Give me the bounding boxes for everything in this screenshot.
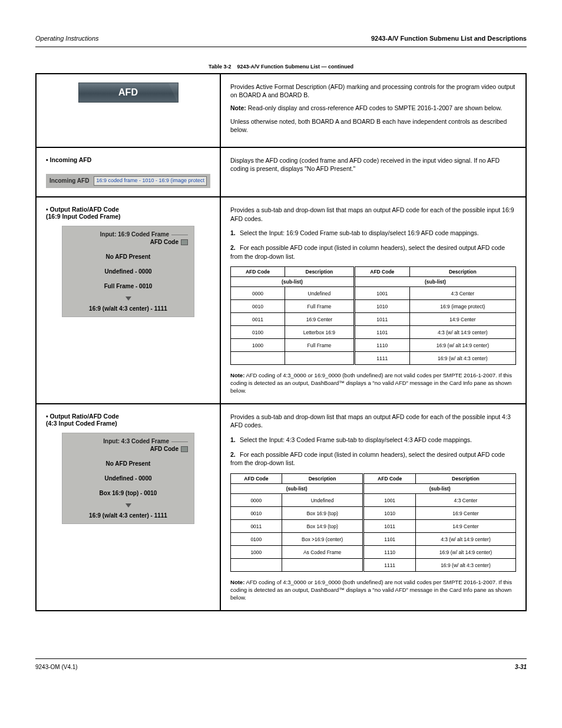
th: Description (282, 474, 363, 484)
map169-note: Note: AFD coding of 4:3_0000 or 16:9_000… (230, 372, 516, 394)
dd-label: AFD Code (68, 446, 188, 452)
table-caption: Table 3-2 9243-A/V Function Submenu List… (35, 64, 527, 70)
map169-lead: Provides a sub-tab and drop-down list th… (230, 206, 516, 223)
sublist-label: (sub-list) (231, 484, 363, 494)
dd-item[interactable]: Box 16:9 (top) - 0010 (68, 490, 188, 496)
dd-header: Input: 4:3 Coded Frame (68, 438, 188, 444)
table-row: 0000Undefined10014:3 Center (231, 494, 516, 507)
overview-p2-text: Read-only display and cross-reference AF… (248, 104, 502, 111)
table-row: 0100Letterbox 16:911014:3 (w/ alt 14:9 c… (231, 326, 516, 339)
dd-item[interactable]: Undefined - 0000 (68, 475, 188, 482)
page-header: Operating Instructions 9243-A/V Function… (35, 24, 527, 47)
map43-dropdown[interactable]: Input: 4:3 Coded Frame AFD Code No AFD P… (62, 433, 194, 524)
table-row: 001116:9 Center101114:9 Center (231, 313, 516, 326)
map43-subtitle: (4:3 Input Coded Frame) (46, 420, 210, 427)
overview-p1: Provides Active Format Description (AFD)… (230, 83, 516, 99)
incoming-afd-field: Incoming AFD 16:9 coded frame - 1010 - 1… (46, 174, 210, 188)
map43-step1: 1.Select the Input: 4:3 Coded Frame sub-… (230, 436, 516, 444)
caption-label: Table 3-2 (209, 64, 231, 70)
dd-item[interactable]: 16:9 (w/alt 4:3 center) - 1111 (68, 305, 188, 312)
map169-title: • Output Ratio/AFD Code (46, 206, 210, 213)
map169-step1: 1.Select the Input: 16:9 Coded Frame sub… (230, 229, 516, 238)
table-row: 1000Full Frame111016:9 (w/ alt 14:9 cent… (231, 339, 516, 352)
tab-label: AFD (118, 87, 138, 98)
table-row: 0100Box >16:9 (center)11014:3 (w/ alt 14… (231, 533, 516, 546)
dd-item[interactable]: Full Frame - 0010 (68, 283, 188, 289)
th: AFD Code (231, 267, 285, 277)
afd-overview: Provides Active Format Description (AFD)… (230, 83, 516, 134)
dd-item[interactable]: Undefined - 0000 (68, 268, 188, 275)
table-row: 111116:9 (w/ alt 4:3 center) (231, 559, 516, 572)
map43-lead: Provides a sub-tab and drop-down list th… (230, 413, 516, 430)
th: AFD Code (231, 474, 282, 484)
sublist-label: (sub-list) (231, 277, 355, 287)
sublist-label: (sub-list) (354, 277, 515, 287)
table-row: 0000Undefined10014:3 Center (231, 287, 516, 300)
incoming-afd-value: 16:9 coded frame - 1010 - 16:9 (image pr… (94, 176, 207, 186)
table-row: 0010Box 16:9 (top)101016:9 Center (231, 507, 516, 520)
overview-p2-prefix: Note: (230, 104, 246, 111)
map169-inner-table: AFD Code Description AFD Code Descriptio… (230, 266, 516, 365)
incoming-afd-title: • Incoming AFD (46, 156, 210, 163)
map43-title: • Output Ratio/AFD Code (46, 413, 210, 420)
header-right: 9243-A/V Function Submenu List and Descr… (371, 35, 527, 42)
chevron-down-icon (125, 503, 131, 508)
th: Description (285, 267, 354, 277)
table-row: 0011Box 14:9 (top)101114:9 Center (231, 520, 516, 533)
map43-step2: 2.For each possible AFD code input (list… (230, 450, 516, 467)
map43-note: Note: AFD coding of 4:3_0000 or 16:9_000… (230, 579, 516, 601)
page-footer: 9243-OM (V4.1) 3-31 (35, 658, 527, 664)
th: AFD Code (354, 267, 409, 277)
incoming-afd-label: Incoming AFD (49, 177, 89, 184)
note-label: Note: (230, 579, 244, 585)
map43-inner-table: AFD Code Description AFD Code Descriptio… (230, 473, 516, 572)
note-text: AFD coding of 4:3_0000 or 16:9_0000 (bot… (230, 579, 512, 601)
footer-left: 9243-OM (V4.1) (35, 664, 78, 670)
footer-right: 3-31 (515, 664, 527, 670)
map169-step2: 2.For each possible AFD code input (list… (230, 243, 516, 261)
table-row: 0010Full Frame101016:9 (image protect) (231, 300, 516, 313)
table-row: 1000As Coded Frame111016:9 (w/ alt 14:9 … (231, 546, 516, 559)
afd-tab-icon: AFD (78, 83, 178, 103)
th: AFD Code (363, 474, 415, 484)
note-text: AFD coding of 4:3_0000 or 16:9_0000 (bot… (230, 372, 512, 394)
th: Description (409, 267, 515, 277)
note-label: Note: (230, 372, 244, 378)
dd-label: AFD Code (68, 239, 188, 245)
dd-item[interactable]: No AFD Present (68, 253, 188, 260)
th: Description (415, 474, 515, 484)
caption-title: 9243-A/V Function Submenu List — continu… (237, 64, 353, 70)
dd-item[interactable]: 16:9 (w/alt 4:3 center) - 1111 (68, 512, 188, 519)
table-row: 111116:9 (w/ alt 4:3 center) (231, 352, 516, 365)
map169-subtitle: (16:9 Input Coded Frame) (46, 213, 210, 220)
header-left: Operating Instructions (35, 35, 99, 42)
sublist-label: (sub-list) (363, 484, 516, 494)
incoming-afd-desc: Displays the AFD coding (coded frame and… (230, 156, 516, 173)
chevron-down-icon (125, 297, 131, 301)
dd-item[interactable]: No AFD Present (68, 460, 188, 467)
square-handle-icon (181, 239, 188, 245)
overview-p2: Note: Read-only display and cross-refere… (230, 104, 516, 112)
function-table: AFD Provides Active Format Description (… (35, 73, 527, 611)
square-handle-icon (181, 446, 188, 452)
dd-header: Input: 16:9 Coded Frame (68, 231, 188, 238)
map169-dropdown[interactable]: Input: 16:9 Coded Frame AFD Code No AFD … (62, 226, 194, 317)
overview-p3: Unless otherwise noted, both BOARD A and… (230, 117, 516, 134)
